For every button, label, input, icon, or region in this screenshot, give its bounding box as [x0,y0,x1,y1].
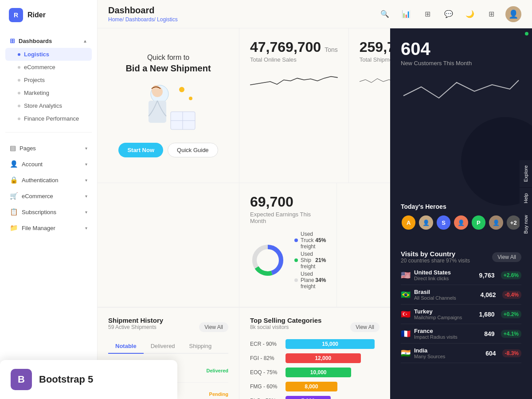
country-name-tr: Turkey [414,308,476,315]
chat-icon[interactable]: 💬 [442,7,456,21]
country-sub-tr: Mailchimp Campaigns [414,315,476,320]
flag-br: 🇧🇷 [401,290,411,300]
hero-avatar-6: 👤 [488,215,504,231]
promo-title: Quick form to [147,54,189,62]
total-shipments-card: 259,786 Total Shipments [360,39,390,97]
dot [18,117,20,120]
logo-icon: R [9,8,23,22]
bar-fill-4: 8,000 [286,382,337,391]
hero-avatar-5: P [471,215,486,231]
plane-pct: 34% [315,277,326,283]
flag-us: 🇺🇸 [401,270,411,280]
svg-point-7 [189,97,192,100]
country-row-in: 🇮🇳 India Many Sources 604 -8.3% [401,344,521,363]
logo: R Rider [0,0,97,30]
user-avatar[interactable]: 👤 [505,6,521,22]
country-change-in: -8.3% [502,349,521,357]
header: Dashboard Home/ Dashboards/ Logistics 🔍 … [98,0,532,28]
bar-row-4: FMG - 60% 8,000 [250,382,379,391]
promo-illustration [133,81,204,134]
chart-icon[interactable]: 📊 [399,7,413,21]
categories-title: Top Selling Categories [250,317,321,324]
dot [18,105,20,107]
country-info-fr: France Impact Radius visits [414,328,481,340]
page-title: Dashboard [108,5,178,16]
flag-tr: 🇹🇷 [401,309,411,319]
bar-row-2: FGI - 82% 12,000 [250,353,379,363]
sidebar-item-pages[interactable]: ▤ Pages ▾ [5,141,92,156]
chevron-down-icon: ▾ [85,162,87,167]
sidebar-item-ecommerce-main[interactable]: 🛒 eCommerce ▾ [5,188,92,203]
total-sales-unit: Tons [325,46,338,53]
grid-icon[interactable]: ⊞ [420,7,434,21]
plane-dot [294,278,298,282]
sidebar-item-filemanager[interactable]: 📁 File Manager ▾ [5,220,92,235]
explore-tab[interactable]: Explore [520,160,532,187]
donut-row: Used Truck freight 45% Used Ship freight… [250,230,326,291]
total-sales-number: 47,769,700 [250,39,321,55]
theme-toggle[interactable]: 🌙 [463,7,477,21]
donut-chart [250,243,286,278]
pages-icon: ▤ [10,144,16,152]
sidebar-item-store-analytics[interactable]: Store Analytics [5,99,92,112]
account-icon: 👤 [10,160,18,168]
sidebar-item-logistics[interactable]: Logistics [5,48,92,61]
categories-sub: 8k social visitors [250,324,321,330]
bootstrap-overlay: B Bootstrap 5 [0,360,177,399]
country-row-tr: 🇹🇷 Turkey Mailchimp Campaigns 1,680 +0.2… [401,305,521,324]
quick-guide-button[interactable]: Quick Guide [168,143,218,157]
categories-view-all-button[interactable]: View All [350,322,379,332]
shipment-history-sub: 59 Active Shipments [108,324,163,330]
sidebar-section-pages: ▤ Pages ▾ 👤 Account ▾ 🔒 Authentication ▾… [0,136,97,240]
countries-header: Visits by Country 20 countries share 97%… [401,250,521,264]
apps-icon[interactable]: ⊞ [484,7,498,21]
sidebar-item-projects[interactable]: Projects [5,74,92,86]
dark-panel-top: 604 New Customers This Month Today's Her… [390,28,532,241]
bar-fill-2: 12,000 [286,353,361,363]
dot [18,66,20,69]
tab-notable[interactable]: Notable [108,339,144,354]
content: Quick form to Bid a New Shipment [98,28,532,399]
chevron-down-icon: ▾ [85,226,87,231]
country-num-fr: 849 [484,330,494,337]
sidebar-dashboards-header[interactable]: ⊞ Dashboards ▲ [5,34,92,48]
help-tab[interactable]: Help [520,188,532,209]
country-sub-in: Many Sources [414,354,482,359]
sidebar-item-account[interactable]: 👤 Account ▾ [5,156,92,172]
total-sales-cell: 47,769,700 Tons Total Online Sales [239,28,349,183]
bar-label-3: EOQ - 75% [250,369,281,376]
start-now-button[interactable]: Start Now [118,143,163,157]
search-icon[interactable]: 🔍 [378,7,392,21]
sidebar-item-ecommerce[interactable]: eCommerce [5,61,92,74]
divider [5,132,92,133]
bar-track-5: 7,000 [286,396,379,399]
ecommerce-icon: 🛒 [10,192,18,200]
sidebar-section-dashboards: ⊞ Dashboards ▲ Logistics eCommerce Proje… [0,30,97,129]
buy-now-tab[interactable]: Buy now [520,210,532,239]
right-dark-panel: 604 New Customers This Month Today's Her… [390,28,532,399]
active-dot [18,53,20,56]
tab-shipping[interactable]: Shipping [182,339,219,354]
sidebar-item-authentication[interactable]: 🔒 Authentication ▾ [5,172,92,188]
countries-list: 🇺🇸 United States Direct link clicks 9,76… [401,266,521,363]
sidebar-item-subscriptions[interactable]: 📋 Subscriptions ▾ [5,204,92,219]
sidebar-item-finance[interactable]: Finance Performance [5,112,92,125]
promo-cell: Quick form to Bid a New Shipment [98,28,239,183]
tab-delivered[interactable]: Delivered [144,339,182,354]
country-name-br: Brasil [414,289,477,295]
bar-row-3: EOQ - 75% 10,000 [250,368,379,377]
total-shipments-label: Total Shipments [360,56,390,63]
categories-cell: Top Selling Categories 8k social visitor… [239,308,390,399]
bar-track-1: 15,000 [286,339,379,349]
bar-row-1: ECR - 90% 15,000 [250,339,379,349]
hero-avatar-1: A [401,215,416,231]
promo-card: Quick form to Bid a New Shipment [108,39,228,172]
country-row-us: 🇺🇸 United States Direct link clicks 9,76… [401,266,521,285]
sidebar-item-marketing[interactable]: Marketing [5,86,92,99]
country-num-br: 4,062 [481,291,496,298]
countries-view-all-button[interactable]: View All [492,252,521,262]
filemanager-icon: 📁 [10,224,18,232]
hero-avatar-4: 👤 [453,215,469,231]
country-sub-fr: Impact Radius visits [414,334,481,340]
shipment-view-all-button[interactable]: View All [199,322,228,332]
